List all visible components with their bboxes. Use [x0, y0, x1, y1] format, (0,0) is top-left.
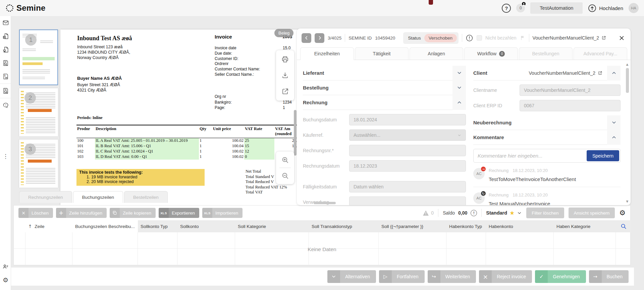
user-avatar[interactable]: HA: [629, 3, 639, 13]
view-selector[interactable]: Standard ★: [486, 210, 522, 216]
tab-anlagen[interactable]: Anlagen: [410, 47, 463, 60]
rechnungsnr-input[interactable]: [349, 145, 466, 156]
chevron-down-icon[interactable]: [607, 115, 621, 130]
delete-row-button[interactable]: × Löschen: [18, 208, 53, 218]
clear-filter-button[interactable]: Filter löschen: [526, 208, 564, 218]
column-header[interactable]: Soll {{¬†parameter }}: [379, 220, 446, 232]
document-search-icon[interactable]: [0, 56, 11, 70]
reject-invoice-button[interactable]: × Reject invoice: [479, 270, 532, 283]
chevron-down-icon[interactable]: [452, 80, 466, 95]
client-section-link[interactable]: VoucherNumberManuelClient_2: [529, 70, 602, 76]
chevron-up-icon[interactable]: [607, 66, 621, 80]
verwendung-input[interactable]: [349, 196, 466, 205]
divider: [529, 34, 529, 42]
scroll-down-arrow[interactable]: ▼: [625, 199, 630, 204]
invoice-coins-icon[interactable]: [0, 30, 11, 43]
copy-row-button[interactable]: Zeile kopieren: [110, 208, 156, 218]
column-header[interactable]: Soll Kategorie: [235, 220, 309, 232]
accordion-lieferant[interactable]: Lieferant: [303, 66, 466, 80]
comment-input[interactable]: [478, 153, 583, 159]
favorite-star-icon[interactable]: ★: [509, 210, 515, 216]
chevron-up-icon[interactable]: [607, 130, 621, 145]
client-link[interactable]: VoucherNumberManuelClient_2: [533, 35, 606, 41]
column-header[interactable]: Habenkonto: [486, 220, 554, 232]
zoom-out-icon[interactable]: [280, 171, 290, 181]
horizontal-scrollbar-thumb[interactable]: [314, 202, 336, 204]
chevron-down-icon[interactable]: [452, 66, 466, 80]
tab-einzelheiten[interactable]: Einzelheiten: [300, 47, 354, 60]
close-panel-icon[interactable]: [619, 35, 625, 41]
tab-rechnungszeilen[interactable]: Rechnungszeilen: [19, 191, 72, 203]
column-header-zeile[interactable]: ↑Zeile: [25, 220, 72, 232]
chevron-up-icon[interactable]: [452, 95, 466, 110]
notification-counter[interactable]: 0: [516, 4, 525, 12]
help-bubble-icon[interactable]: ?: [0, 99, 11, 112]
weiterleiten-button[interactable]: ↪ Weiterleiten: [428, 270, 476, 283]
scrollbar-thumb[interactable]: [626, 68, 629, 93]
tab-bestellungen[interactable]: Bestellungen: [519, 47, 573, 60]
scroll-up-arrow[interactable]: ▲: [625, 62, 630, 67]
panel-scrollbar[interactable]: ▲ ▼: [625, 62, 630, 204]
thumbnail-page-1[interactable]: 1: [19, 30, 58, 85]
buchungsdatum-input[interactable]: 18.01.2024: [349, 114, 466, 125]
client-erp-id-input[interactable]: 0067: [520, 100, 621, 111]
column-header[interactable]: Sollkonto Typ: [138, 220, 177, 232]
inbox-mail-icon[interactable]: [0, 16, 11, 30]
accordion-client[interactable]: Client VoucherNumberManuelClient_2: [473, 66, 621, 80]
semine-logo[interactable]: Semine: [5, 3, 46, 13]
rechnungsdatum-input[interactable]: 18.12.2023: [349, 160, 466, 172]
user-management-icon[interactable]: [0, 260, 11, 273]
column-header[interactable]: Habenkonto Typ: [446, 220, 486, 232]
save-comment-button[interactable]: Speichern: [587, 150, 619, 161]
test-automation-button[interactable]: TestAutomation: [530, 2, 583, 14]
faelligkeitsdatum-input[interactable]: Datum wählen: [349, 181, 466, 192]
grid-search-icon[interactable]: [616, 220, 631, 232]
genehmigen-button[interactable]: ✓ Genehmigen: [535, 270, 586, 283]
export-xls-button[interactable]: XLS Exportieren: [159, 208, 199, 218]
document-scrollbar-thumb[interactable]: [294, 110, 297, 156]
flag-icon[interactable]: [520, 35, 526, 41]
grid-settings-gear-icon[interactable]: ⚙: [619, 210, 626, 217]
zoom-in-icon[interactable]: [280, 155, 290, 165]
accordion-bestellung[interactable]: Bestellung: [303, 80, 466, 95]
add-row-button[interactable]: + Zeile hinzufügen: [56, 208, 107, 218]
nicht-bezahlen-checkbox[interactable]: [477, 35, 482, 41]
header-actions: ? 0 TestAutomation Hochladen HA: [502, 2, 639, 14]
tab-taetigkeit[interactable]: Tätigkeit: [355, 47, 409, 60]
more-options-icon[interactable]: ⋮: [0, 153, 11, 160]
tab-buchungszeilen[interactable]: Buchungszeilen: [73, 191, 123, 203]
accordion-kommentare[interactable]: Kommentare: [473, 130, 621, 145]
download-icon[interactable]: [280, 70, 290, 80]
column-header[interactable]: Soll Transaktionstyp: [309, 220, 379, 232]
accordion-neuberechnung[interactable]: Neuberechnung: [473, 115, 621, 130]
fortfahren-button[interactable]: ▷ Fortfahren: [379, 270, 425, 283]
thumbnail-page-2[interactable]: 2: [19, 88, 58, 136]
help-icon[interactable]: ?: [502, 4, 511, 13]
alert-circle-icon[interactable]: [466, 34, 473, 42]
clientname-input[interactable]: VoucherNumberManuelClient_2: [520, 84, 621, 96]
tab-advanced-pay[interactable]: Advanced Pay...: [574, 47, 627, 60]
thumbnail-page-3[interactable]: 3: [19, 139, 58, 188]
import-xls-button[interactable]: XLS Importieren: [202, 208, 243, 218]
thumbnail-number: 3: [24, 143, 36, 155]
column-header[interactable]: Buchungszeilen Beschreibu...: [72, 220, 138, 232]
save-view-button[interactable]: Ansicht speichern: [569, 208, 615, 218]
column-header[interactable]: Sollkonto: [177, 220, 235, 232]
tab-bestellzeilen[interactable]: Bestellzeilen: [124, 191, 168, 203]
next-invoice-button[interactable]: [315, 33, 324, 43]
kaeuferref-select[interactable]: Auswählen...: [349, 129, 466, 141]
column-header[interactable]: Haben Kategorie: [554, 220, 616, 232]
open-external-icon[interactable]: [280, 86, 290, 97]
purchase-doc-icon[interactable]: [0, 43, 11, 56]
alternativen-button[interactable]: Alternativen: [327, 270, 376, 283]
print-icon[interactable]: [280, 54, 290, 64]
accordion-rechnung[interactable]: Rechnung: [303, 95, 466, 110]
settings-gear-icon[interactable]: ⚙: [0, 273, 11, 287]
previous-invoice-button[interactable]: [302, 33, 311, 43]
tab-workflow[interactable]: Workflow0: [464, 47, 518, 60]
upload-button[interactable]: Hochladen: [588, 4, 623, 12]
dollar-invoice-icon[interactable]: $: [0, 70, 11, 83]
buchen-button[interactable]: → Buchen: [589, 270, 629, 283]
field-kaeuferref: Käuferref. Auswählen...: [303, 129, 466, 141]
report-search-icon[interactable]: [0, 84, 11, 98]
